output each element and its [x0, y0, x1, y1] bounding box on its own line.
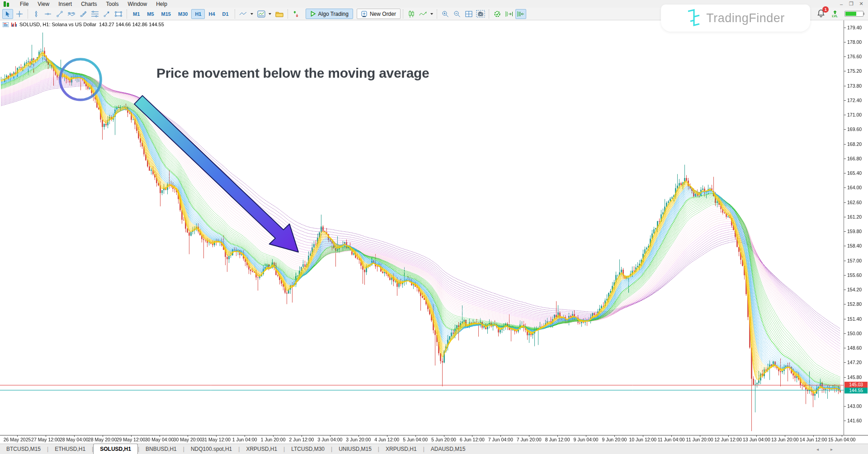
minimize-button[interactable]: – — [837, 1, 845, 7]
wave-caret-icon[interactable] — [430, 13, 433, 15]
time-label: 3 Jun 20:00 — [346, 437, 371, 442]
chart-area[interactable]: SOLUSD, H1: Solana vs US Dollar 143.27 1… — [0, 20, 868, 435]
trendline-icon[interactable] — [54, 9, 65, 19]
price-label: 141.60 — [847, 418, 862, 423]
timeframe-m30[interactable]: M30 — [175, 9, 191, 19]
tab-adausd-m15[interactable]: ADAUSD,M15 — [425, 445, 472, 454]
time-axis[interactable]: 26 May 202527 May 12:0028 May 04:0028 Ma… — [0, 435, 868, 444]
price-label: 155.60 — [847, 272, 862, 278]
annotation-text: Price movement below the moving average — [156, 66, 429, 81]
price-label: 179.40 — [847, 25, 862, 30]
quotes-list-icon — [3, 22, 9, 27]
tile-windows-icon[interactable] — [463, 9, 474, 19]
chart-tab-bar: BTCUSD,M15|ETHUSD,H1|SOLUSD,H1|BNBUSD,H1… — [0, 444, 868, 454]
tradingfinder-logo-icon — [686, 9, 702, 28]
notifications-bell-icon[interactable]: 1 — [817, 9, 825, 19]
time-label: 26 May 2025 — [4, 437, 31, 442]
crosshair-icon[interactable] — [14, 9, 25, 19]
time-label: 2 Jun 12:00 — [289, 437, 314, 442]
tab-bnbusd-h1[interactable]: BNBUSD,H1 — [139, 445, 183, 454]
price-label: 169.60 — [847, 126, 862, 132]
tab-xrpusd-h1[interactable]: XRPUSD,H1 — [379, 445, 423, 454]
price-label: 148.60 — [847, 345, 862, 351]
timeframe-m15[interactable]: M15 — [158, 9, 175, 19]
tabs-scroll-right-icon[interactable]: ▸ — [830, 447, 833, 452]
menu-charts[interactable]: Charts — [76, 0, 101, 8]
timeframe-h4[interactable]: H4 — [205, 9, 218, 19]
close-button[interactable]: ✕ — [857, 1, 865, 7]
time-label: 9 Jun 20:00 — [602, 437, 627, 442]
indicator-caret-icon[interactable] — [269, 13, 271, 15]
indicator-window-icon[interactable] — [256, 9, 267, 19]
arrow-line-icon[interactable] — [101, 9, 112, 19]
chart-bars-icon — [11, 22, 17, 27]
tab-uniusd-m15[interactable]: UNIUSD,M15 — [332, 445, 378, 454]
timeframe-h1[interactable]: H1 — [191, 9, 205, 19]
equidistant-channel-icon[interactable] — [66, 9, 77, 19]
vertical-line-icon[interactable] — [31, 9, 42, 19]
time-label: 1 Jun 04:00 — [232, 437, 257, 442]
menu-insert[interactable]: Insert — [54, 0, 76, 8]
zoom-out-icon[interactable] — [452, 9, 462, 19]
timeframe-m5[interactable]: M5 — [143, 9, 157, 19]
rectangle-shape-icon[interactable] — [113, 9, 124, 19]
tab-ltcusd-m30[interactable]: LTCUSD,M30 — [285, 445, 331, 454]
menu-help[interactable]: Help — [151, 0, 172, 8]
price-label: 165.40 — [847, 170, 862, 176]
bid-price-tag: 144.55 — [844, 388, 868, 393]
menu-window[interactable]: Window — [123, 0, 152, 8]
time-label: 5 Jun 04:00 — [403, 437, 428, 442]
candlestick-chart-canvas[interactable] — [0, 20, 844, 435]
folder-icon[interactable] — [274, 9, 285, 19]
tab-xrpusd-h1[interactable]: XRPUSD,H1 — [240, 445, 283, 454]
tab-ndq100-spot-h1[interactable]: NDQ100.spot,H1 — [184, 445, 238, 454]
buy-sell-arrows-icon[interactable] — [291, 9, 302, 19]
shift-right-icon[interactable] — [504, 9, 514, 19]
brand-name: TradingFinder — [706, 11, 785, 25]
tabs-scroll-left-icon[interactable]: ◂ — [816, 447, 819, 452]
menu-view[interactable]: View — [33, 0, 54, 8]
price-label: 147.20 — [847, 360, 862, 365]
zoom-in-icon[interactable] — [440, 9, 451, 19]
price-label: 175.20 — [847, 68, 862, 74]
time-label: 11 Jun 20:00 — [686, 437, 713, 442]
settings-gear-icon[interactable] — [492, 9, 503, 19]
time-label: 13 Jun 04:00 — [743, 437, 770, 442]
price-label: 178.00 — [847, 39, 862, 45]
andrews-pitchfork-icon[interactable] — [78, 9, 89, 19]
price-axis[interactable]: 145.03 144.55 179.40178.00176.60175.2017… — [844, 20, 868, 435]
time-label: 7 Jun 04:00 — [488, 437, 513, 442]
time-label: 27 May 12:00 — [31, 437, 60, 442]
price-label: 154.20 — [847, 287, 862, 292]
tab-solusd-h1[interactable]: SOLUSD,H1 — [93, 444, 138, 454]
restore-button[interactable]: ❐ — [847, 1, 855, 7]
chart-type-icon[interactable] — [238, 9, 249, 19]
time-label: 8 Jun 12:00 — [545, 437, 570, 442]
horizontal-line-icon[interactable] — [42, 9, 53, 19]
time-label: 28 May 04:00 — [60, 437, 89, 442]
time-label: 29 May 12:00 — [117, 437, 146, 442]
candlestick-mode-icon[interactable] — [406, 9, 417, 19]
tab-ethusd-h1[interactable]: ETHUSD,H1 — [48, 445, 92, 454]
time-label: 10 Jun 12:00 — [629, 437, 656, 442]
screenshot-icon[interactable] — [475, 9, 486, 19]
time-label: 12 Jun 12:00 — [714, 437, 742, 442]
timeframe-m1[interactable]: M1 — [129, 9, 143, 19]
ask-price-tag: 145.03 — [844, 382, 868, 388]
chart-type-caret-icon[interactable] — [250, 13, 253, 15]
shift-left-icon[interactable] — [515, 9, 526, 19]
tradingfinder-watermark: TradingFinder — [661, 5, 810, 32]
menu-file[interactable]: File — [15, 0, 33, 8]
menu-tools[interactable]: Tools — [102, 0, 123, 8]
tab-btcusd-m15[interactable]: BTCUSD,M15 — [0, 445, 47, 454]
time-label: 9 Jun 04:00 — [574, 437, 599, 442]
price-label: 159.80 — [847, 229, 862, 234]
time-label: 15 Jun 04:00 — [828, 437, 856, 442]
cursor-icon[interactable] — [2, 9, 13, 19]
new-order-button[interactable]: New Order — [357, 9, 401, 19]
wave-indicator-icon[interactable] — [418, 9, 429, 19]
fibonacci-lines-icon[interactable] — [90, 9, 100, 19]
timeframe-d1[interactable]: D1 — [219, 9, 232, 19]
ohlc-values: 143.27 144.66 142.86 144.55 — [99, 22, 164, 27]
algo-trading-button[interactable]: Algo Trading — [306, 9, 353, 19]
